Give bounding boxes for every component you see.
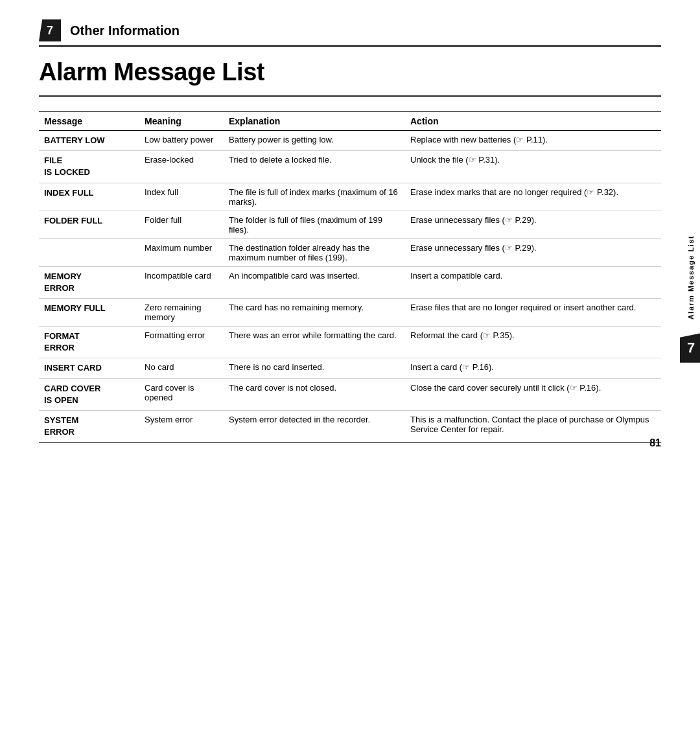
chapter-number: 7: [39, 19, 61, 41]
cell-action: Reformat the card (☞ P.35).: [405, 326, 661, 358]
chapter-title: Other Information: [70, 23, 180, 38]
page-number: 81: [649, 437, 661, 449]
cell-action: Insert a card (☞ P.16).: [405, 358, 661, 378]
table-header-row: Message Meaning Explanation Action: [39, 112, 661, 131]
cell-meaning: Erase-locked: [139, 151, 224, 183]
cell-message: INSERT CARD: [39, 358, 139, 378]
table-row: MEMORY FULLZero remaining memoryThe card…: [39, 298, 661, 326]
cell-message: CARD COVERIS OPEN: [39, 378, 139, 410]
cell-meaning: Folder full: [139, 211, 224, 238]
chapter-header: 7 Other Information: [39, 19, 661, 47]
cell-message: [39, 238, 139, 266]
table-row: CARD COVERIS OPENCard cover is openedThe…: [39, 378, 661, 410]
cell-explanation: The folder is full of files (maximum of …: [224, 211, 405, 238]
cell-meaning: Incompatible card: [139, 266, 224, 298]
cell-explanation: The destination folder already has the m…: [224, 238, 405, 266]
cell-meaning: Card cover is opened: [139, 378, 224, 410]
col-header-action: Action: [405, 112, 661, 131]
cell-action: Erase unnecessary files (☞ P.29).: [405, 238, 661, 266]
table-row: Maximum numberThe destination folder alr…: [39, 238, 661, 266]
cell-explanation: The card has no remaining memory.: [224, 298, 405, 326]
table-row: INDEX FULLIndex fullThe file is full of …: [39, 183, 661, 211]
col-header-explanation: Explanation: [224, 112, 405, 131]
cell-action: Unlock the file (☞ P.31).: [405, 151, 661, 183]
cell-action: Close the card cover securely until it c…: [405, 378, 661, 410]
table-row: FORMATERRORFormatting errorThere was an …: [39, 326, 661, 358]
table-row: MEMORYERRORIncompatible cardAn incompati…: [39, 266, 661, 298]
cell-action: Replace with new batteries (☞ P.11).: [405, 131, 661, 151]
cell-action: Erase unnecessary files (☞ P.29).: [405, 211, 661, 238]
table-row: SYSTEMERRORSystem errorSystem error dete…: [39, 410, 661, 442]
cell-message: SYSTEMERROR: [39, 410, 139, 442]
cell-action: This is a malfunction. Contact the place…: [405, 410, 661, 442]
cell-meaning: Index full: [139, 183, 224, 211]
cell-meaning: Maximum number: [139, 238, 224, 266]
col-header-message: Message: [39, 112, 139, 131]
right-sidebar: Alarm Message List 7: [682, 130, 700, 468]
cell-message: FILEIS LOCKED: [39, 151, 139, 183]
cell-message: FORMATERROR: [39, 326, 139, 358]
cell-meaning: No card: [139, 358, 224, 378]
cell-action: Erase index marks that are no longer req…: [405, 183, 661, 211]
cell-meaning: Low battery power: [139, 131, 224, 151]
cell-action: Insert a compatible card.: [405, 266, 661, 298]
alarm-table: Message Meaning Explanation Action BATTE…: [39, 111, 661, 443]
title-underline: [39, 95, 661, 97]
cell-explanation: Tried to delete a locked file.: [224, 151, 405, 183]
sidebar-number: 7: [680, 333, 700, 363]
table-row: INSERT CARDNo cardThere is no card inser…: [39, 358, 661, 378]
cell-explanation: The card cover is not closed.: [224, 378, 405, 410]
col-header-meaning: Meaning: [139, 112, 224, 131]
table-row: FILEIS LOCKEDErase-lockedTried to delete…: [39, 151, 661, 183]
cell-meaning: Zero remaining memory: [139, 298, 224, 326]
cell-meaning: System error: [139, 410, 224, 442]
cell-explanation: There was an error while formatting the …: [224, 326, 405, 358]
table-row: BATTERY LOWLow battery powerBattery powe…: [39, 131, 661, 151]
cell-explanation: An incompatible card was inserted.: [224, 266, 405, 298]
cell-explanation: The file is full of index marks (maximum…: [224, 183, 405, 211]
table-row: FOLDER FULLFolder fullThe folder is full…: [39, 211, 661, 238]
cell-explanation: There is no card inserted.: [224, 358, 405, 378]
cell-explanation: Battery power is getting low.: [224, 131, 405, 151]
page-title: Alarm Message List: [39, 58, 661, 86]
cell-action: Erase files that are no longer required …: [405, 298, 661, 326]
cell-message: INDEX FULL: [39, 183, 139, 211]
cell-message: MEMORYERROR: [39, 266, 139, 298]
page-wrapper: 7 Other Information Alarm Message List M…: [0, 0, 700, 468]
cell-message: BATTERY LOW: [39, 131, 139, 151]
cell-message: MEMORY FULL: [39, 298, 139, 326]
cell-message: FOLDER FULL: [39, 211, 139, 238]
sidebar-label: Alarm Message List: [687, 235, 695, 319]
cell-meaning: Formatting error: [139, 326, 224, 358]
cell-explanation: System error detected in the recorder.: [224, 410, 405, 442]
